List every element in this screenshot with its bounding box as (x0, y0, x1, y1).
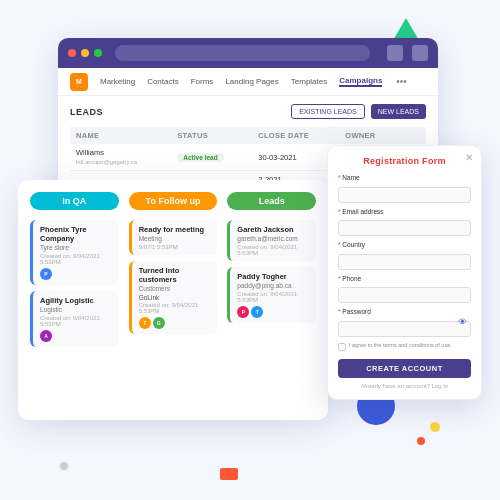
card-title: Phoenix Tyre Company (40, 225, 112, 243)
name-input[interactable] (338, 187, 471, 203)
kanban-col-leads: Leads Gareth Jackson gareth.a@meric.com … (227, 192, 316, 408)
card-title: Agility Logistic (40, 296, 112, 305)
kanban-card[interactable]: Ready for meeting Meeting 9/07/1 5:53PM (129, 220, 218, 255)
yellow-dot-decoration (430, 422, 440, 432)
card-info: Created on: 9/04/2021 5:53PM (40, 315, 112, 327)
kanban-card[interactable]: Turned Into customers Customers GoLink C… (129, 261, 218, 334)
avatar: A (40, 330, 52, 342)
avatar: T (139, 317, 151, 329)
country-input[interactable] (338, 254, 471, 270)
country-label: * Country (338, 241, 471, 248)
browser-dot-green[interactable] (94, 49, 102, 57)
card-sub: Meeting (139, 235, 211, 242)
kanban-col-followup: To Follow up Ready for meeting Meeting 9… (129, 192, 218, 408)
card-info: Created on: 9/04/2021 5:53PM (139, 302, 211, 314)
login-link-text: Already have an account? Log In (338, 383, 471, 389)
col-qa-header: In QA (30, 192, 119, 210)
registration-form-title: Registration Form (338, 156, 471, 166)
name-label: * Name (338, 174, 471, 181)
col-close-date: CLOSE DATE (252, 127, 339, 144)
nav-marketing[interactable]: Marketing (100, 77, 135, 86)
create-account-button[interactable]: CREATE ACCOUNT (338, 359, 471, 378)
avatar-row: P (40, 268, 112, 280)
nav-forms[interactable]: Forms (191, 77, 214, 86)
nav-contacts[interactable]: Contacts (147, 77, 179, 86)
nav-landing-pages[interactable]: Landing Pages (225, 77, 278, 86)
card-type: GoLink (139, 294, 211, 301)
nav-templates[interactable]: Templates (291, 77, 327, 86)
nav-campaigns[interactable]: Campaigns (339, 76, 382, 87)
email-label: * Email address (338, 208, 471, 215)
existing-leads-button[interactable]: EXISTING LEADS (291, 104, 365, 119)
terms-row: I agree to the terms and conditions of u… (338, 342, 471, 351)
card-title: Gareth Jackson (237, 225, 309, 234)
new-leads-button[interactable]: NEW LEADS (371, 104, 426, 119)
name-field: * Name (338, 174, 471, 203)
crm-header: LEADS EXISTING LEADS NEW LEADS (70, 104, 426, 119)
lead-status-1: Active lead (171, 144, 252, 171)
card-sub: Logistic (40, 306, 112, 313)
terms-text: I agree to the terms and conditions of u… (349, 342, 452, 349)
avatar: P (237, 306, 249, 318)
col-leads-header: Leads (227, 192, 316, 210)
card-sub: paddy@ping.ab.ca (237, 282, 309, 289)
kanban-card[interactable]: Agility Logistic Logistic Created on: 9/… (30, 291, 119, 347)
browser-toolbar (58, 38, 438, 68)
card-title: Ready for meeting (139, 225, 211, 234)
col-owner: OWNER (339, 127, 426, 144)
col-status: STATUS (171, 127, 252, 144)
col-name: NAME (70, 127, 171, 144)
avatar-row: T G (139, 317, 211, 329)
card-info: Created on: 9/04/2021 5:53PM (237, 244, 309, 256)
password-field: * Password 👁 (338, 308, 471, 337)
password-input[interactable] (338, 321, 471, 337)
red-dot-decoration (417, 437, 425, 445)
phone-input[interactable] (338, 287, 471, 303)
app-logo: M (70, 73, 88, 91)
avatar: P (40, 268, 52, 280)
card-sub: gareth.a@meric.com (237, 235, 309, 242)
avatar-row: P T (237, 306, 309, 318)
avatar: G (153, 317, 165, 329)
avatar-row: A (40, 330, 112, 342)
email-input[interactable] (338, 220, 471, 236)
browser-tab-icon[interactable] (412, 45, 428, 61)
card-sub: Tyre store (40, 244, 112, 251)
toggle-password-icon[interactable]: 👁 (458, 317, 467, 327)
browser-dot-yellow[interactable] (81, 49, 89, 57)
browser-dot-red[interactable] (68, 49, 76, 57)
avatar: T (251, 306, 263, 318)
kanban-card[interactable]: Gareth Jackson gareth.a@meric.com Create… (227, 220, 316, 261)
kanban-col-qa: In QA Phoenix Tyre Company Tyre store Cr… (30, 192, 119, 408)
kanban-card[interactable]: Phoenix Tyre Company Tyre store Created … (30, 220, 119, 285)
crm-buttons: EXISTING LEADS NEW LEADS (291, 104, 426, 119)
card-info: 9/07/1 5:53PM (139, 244, 211, 250)
kanban-columns: In QA Phoenix Tyre Company Tyre store Cr… (30, 192, 316, 408)
email-field: * Email address (338, 208, 471, 237)
card-title: Turned Into customers (139, 266, 211, 284)
bottom-left-dot-decoration (60, 462, 68, 470)
card-title: Paddy Togher (237, 272, 309, 281)
card-info: Created on: 9/04/2021 5:53PM (40, 253, 112, 265)
lead-name-1: Williamsbill.arnupri@gageby.ca (70, 144, 171, 171)
card-info: Created on: 9/04/2021 5:53PM (237, 291, 309, 303)
col-followup-header: To Follow up (129, 192, 218, 210)
browser-action-icon[interactable] (387, 45, 403, 61)
country-field: * Country (338, 241, 471, 270)
registration-panel: ✕ Registration Form * Name * Email addre… (327, 145, 482, 400)
kanban-card[interactable]: Paddy Togher paddy@ping.ab.ca Created on… (227, 267, 316, 323)
password-label: * Password (338, 308, 471, 315)
table-header-row: NAME STATUS CLOSE DATE OWNER (70, 127, 426, 144)
phone-label: * Phone (338, 275, 471, 282)
crm-title: LEADS (70, 107, 103, 117)
kanban-panel: In QA Phoenix Tyre Company Tyre store Cr… (18, 180, 328, 420)
terms-checkbox[interactable] (338, 343, 346, 351)
bottom-rect-decoration (220, 468, 238, 480)
phone-field: * Phone (338, 275, 471, 304)
nav-more-dots[interactable]: ••• (396, 76, 407, 87)
browser-search-bar[interactable] (115, 45, 370, 61)
close-icon[interactable]: ✕ (465, 152, 473, 163)
card-sub: Customers (139, 285, 211, 292)
browser-nav: M Marketing Contacts Forms Landing Pages… (58, 68, 438, 96)
